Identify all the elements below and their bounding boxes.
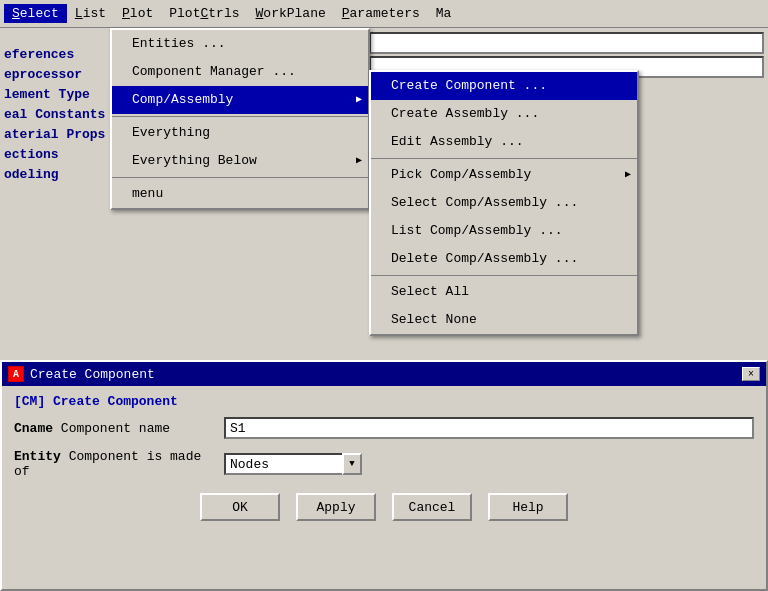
dd-item-select-comp[interactable]: Select Comp/Assembly ...	[371, 189, 637, 217]
dd-item-pick-comp[interactable]: Pick Comp/Assembly	[371, 161, 637, 189]
dd-comp-separator-1	[371, 158, 637, 159]
sidebar-item-preprocessor[interactable]: eprocessor	[4, 65, 124, 85]
dd-item-menu[interactable]: menu	[112, 180, 368, 208]
dialog-cname-row: Cname Component name	[14, 417, 754, 439]
sidebar-item-element-type[interactable]: lement Type	[4, 85, 124, 105]
cname-key: Cname	[14, 421, 53, 436]
dd-item-comp-assembly[interactable]: Comp/Assembly	[112, 86, 368, 114]
sidebar-item-material-props[interactable]: aterial Props	[4, 125, 124, 145]
dd-item-everything-below[interactable]: Everything Below	[112, 147, 368, 175]
cname-label: Cname Component name	[14, 421, 224, 436]
dialog-title-text: Create Component	[30, 367, 155, 382]
menu-item-workplane[interactable]: WorkPlane	[248, 4, 334, 23]
help-button[interactable]: Help	[488, 493, 568, 521]
sidebar-list: eferences eprocessor lement Type eal Con…	[4, 45, 124, 185]
sidebar-item-sections[interactable]: ections	[4, 145, 124, 165]
dialog-content: [CM] Create Component Cname Component na…	[2, 386, 766, 529]
menu-item-ma[interactable]: Ma	[428, 4, 460, 23]
top-input-1	[369, 32, 764, 54]
dd-separator-1	[112, 116, 368, 117]
dialog-buttons: OK Apply Cancel Help	[14, 493, 754, 521]
sidebar-item-modeling[interactable]: odeling	[4, 165, 124, 185]
menu-item-plot[interactable]: Plot	[114, 4, 161, 23]
dropdown-comp-assembly-menu: Create Component ... Create Assembly ...…	[369, 70, 639, 336]
dialog-entity-row: Entity Component is made of Nodes Elemen…	[14, 449, 754, 479]
menu-item-select[interactable]: Select	[4, 4, 67, 23]
entity-key: Entity	[14, 449, 61, 464]
menu-item-list[interactable]: List	[67, 4, 114, 23]
cname-input[interactable]	[224, 417, 754, 439]
cancel-button[interactable]: Cancel	[392, 493, 472, 521]
dialog-close-button[interactable]: ×	[742, 367, 760, 381]
dd-item-list-comp[interactable]: List Comp/Assembly ...	[371, 217, 637, 245]
dd-item-edit-assembly[interactable]: Edit Assembly ...	[371, 128, 637, 156]
dd-item-create-assembly[interactable]: Create Assembly ...	[371, 100, 637, 128]
dd-item-delete-comp[interactable]: Delete Comp/Assembly ...	[371, 245, 637, 273]
dialog-cmd-line: [CM] Create Component	[14, 394, 754, 409]
entity-select[interactable]: Nodes Elements Keypoints Lines Areas Vol…	[224, 453, 344, 475]
dropdown-select-menu: Entities ... Component Manager ... Comp/…	[110, 28, 370, 210]
dd-item-select-all[interactable]: Select All	[371, 278, 637, 306]
sidebar-item-real-constants[interactable]: eal Constants	[4, 105, 124, 125]
dd-separator-2	[112, 177, 368, 178]
dd-item-entities[interactable]: Entities ...	[112, 30, 368, 58]
menu-bar: Select List Plot PlotCtrls WorkPlane Par…	[0, 0, 768, 28]
entity-select-wrap: Nodes Elements Keypoints Lines Areas Vol…	[224, 453, 362, 475]
menu-item-parameters[interactable]: Parameters	[334, 4, 428, 23]
dd-item-everything[interactable]: Everything	[112, 119, 368, 147]
entity-label: Entity Component is made of	[14, 449, 224, 479]
cname-desc: Component name	[61, 421, 170, 436]
dialog-app-icon: A	[8, 366, 24, 382]
menu-item-plotctrls[interactable]: PlotCtrls	[161, 4, 247, 23]
entity-select-arrow[interactable]: ▼	[342, 453, 362, 475]
create-component-dialog: A Create Component × [CM] Create Compone…	[0, 360, 768, 591]
dialog-titlebar: A Create Component ×	[2, 362, 766, 386]
sidebar-item-preferences[interactable]: eferences	[4, 45, 124, 65]
dd-item-select-none[interactable]: Select None	[371, 306, 637, 334]
dd-comp-separator-2	[371, 275, 637, 276]
dd-item-comp-manager[interactable]: Component Manager ...	[112, 58, 368, 86]
apply-button[interactable]: Apply	[296, 493, 376, 521]
ok-button[interactable]: OK	[200, 493, 280, 521]
dd-item-create-component[interactable]: Create Component ...	[371, 72, 637, 100]
